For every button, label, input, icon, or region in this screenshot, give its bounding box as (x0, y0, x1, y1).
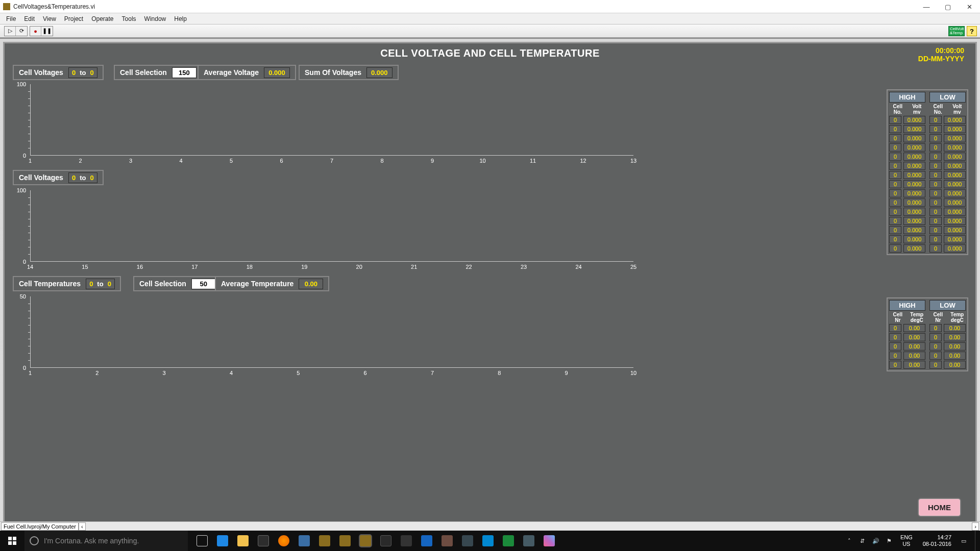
cortana-search[interactable]: I'm Cortana. Ask me anything. (24, 531, 188, 551)
labview-icon-2[interactable] (335, 531, 355, 551)
cell-value: 0.000 (944, 235, 966, 243)
menu-tools[interactable]: Tools (118, 14, 140, 23)
start-button[interactable] (0, 531, 24, 551)
c1-plot (30, 84, 633, 156)
cell-temps-range-box[interactable]: 0 to 0 (86, 279, 115, 289)
table-row: 00.000 (929, 226, 966, 234)
cell-value: 0.000 (903, 125, 925, 133)
cell-value: 0.00 (944, 333, 966, 341)
panel-inner: CELL VOLTAGE AND CELL TEMPERATURE 00:00:… (3, 42, 977, 527)
cell-no: 0 (889, 244, 901, 253)
app-icon-3[interactable] (416, 531, 437, 551)
app-icon-5[interactable] (457, 531, 478, 551)
hv-cell-hdr: Cell No. (889, 104, 906, 115)
menu-project[interactable]: Project (60, 14, 87, 23)
app-icon-2[interactable] (376, 531, 396, 551)
tray-network-icon[interactable]: ⇵ (859, 537, 867, 545)
x-tick-label: 7 (431, 370, 434, 376)
voltage-chart-2[interactable]: 100 0 141516171819202122232425 (10, 187, 638, 274)
scroll-right-button[interactable]: › (972, 522, 979, 531)
abort-button[interactable]: ● (30, 27, 41, 36)
labview-icon-3[interactable] (355, 531, 376, 551)
menu-file[interactable]: File (2, 14, 20, 23)
cell-selection-input-1[interactable]: 150 (172, 67, 197, 78)
cell-value: 0.000 (903, 226, 925, 234)
cell-value: 0.000 (944, 198, 966, 207)
show-desktop-button[interactable] (975, 531, 978, 551)
time-display: 00:00:00 (918, 46, 964, 55)
firefox-icon[interactable] (274, 531, 294, 551)
taskbar-clock[interactable]: 14:27 08-01-2016 (920, 534, 954, 547)
close-button[interactable]: ✕ (959, 0, 980, 13)
scroll-left-button[interactable]: ‹ (79, 522, 86, 531)
cell-voltages-range-box-1[interactable]: 0 to 0 (68, 67, 97, 78)
minimize-button[interactable]: — (916, 0, 937, 13)
date-display: DD-MM-YYYY (918, 55, 964, 63)
pause-button[interactable]: ❚❚ (41, 27, 53, 36)
run-continuous-button[interactable]: ⟳ (16, 27, 27, 36)
table-row: 00.000 (929, 208, 966, 216)
edge-icon[interactable] (212, 531, 233, 551)
cell-no: 0 (889, 226, 901, 234)
explorer-icon[interactable] (233, 531, 253, 551)
cell-value: 0.000 (944, 226, 966, 234)
menu-operate[interactable]: Operate (87, 14, 117, 23)
tray-chevron-icon[interactable]: ˄ (845, 537, 853, 545)
low-header: LOW (929, 92, 966, 103)
x-tick-label: 1 (29, 158, 32, 164)
cell-no: 0 (929, 153, 942, 161)
cell-value: 0.000 (944, 116, 966, 124)
action-center-icon[interactable]: ▭ (960, 537, 968, 545)
voltage-chart-1[interactable]: 100 0 12345678910111213 (10, 81, 638, 168)
language-indicator[interactable]: ENG US (898, 534, 915, 547)
cell-voltages-range-box-2[interactable]: 0 to 0 (68, 172, 97, 183)
cell-no: 0 (929, 134, 942, 142)
vi-path[interactable]: Fuel Cell.lvproj/My Computer (1, 522, 79, 531)
cortana-placeholder: I'm Cortana. Ask me anything. (44, 537, 139, 545)
table-row: 00.000 (889, 125, 925, 133)
store-icon[interactable] (253, 531, 274, 551)
cell-no: 0 (929, 143, 942, 152)
c3-ymax: 50 (20, 293, 26, 299)
x-tick-label: 8 (380, 158, 383, 164)
excel-icon[interactable] (498, 531, 519, 551)
menu-edit[interactable]: Edit (20, 14, 39, 23)
home-button[interactable]: HOME (918, 498, 961, 517)
cell-value: 0.000 (944, 244, 966, 253)
x-tick-label: 10 (630, 370, 636, 376)
tray-volume-icon[interactable]: 🔊 (872, 537, 880, 545)
pause-icon: ❚❚ (42, 28, 52, 34)
cell-no: 0 (929, 333, 942, 341)
cell-value: 0.000 (944, 208, 966, 216)
x-tick-label: 12 (580, 158, 586, 164)
menu-help[interactable]: Help (170, 14, 191, 23)
cell-value: 0.00 (944, 324, 966, 332)
task-view-button[interactable] (192, 531, 212, 551)
temperature-chart[interactable]: 50 0 12345678910 (10, 293, 638, 380)
paint-icon[interactable] (539, 531, 559, 551)
labview-icon-1[interactable] (314, 531, 335, 551)
run-button[interactable]: ▷ (5, 27, 16, 36)
menu-view[interactable]: View (39, 14, 60, 23)
avg-temp-value: 0.00 (299, 279, 323, 289)
lv-cell-hdr: Cell No. (929, 104, 947, 115)
ct-sep: to (97, 280, 103, 288)
x-tick-label: 19 (301, 264, 307, 270)
context-help-button[interactable]: ? (967, 26, 977, 36)
x-tick-label: 7 (330, 158, 333, 164)
app-icon-1[interactable] (294, 531, 314, 551)
vi-icon-badge[interactable]: CellVolt &Temp (948, 26, 965, 36)
menu-window[interactable]: Window (140, 14, 170, 23)
low-voltage-col: LOW Cell No.Volt mv 00.00000.00000.00000… (929, 92, 966, 253)
maximize-button[interactable]: ▢ (937, 0, 959, 13)
calculator-icon[interactable] (396, 531, 416, 551)
highlow-voltage-panel: HIGH Cell No.Volt mv 00.00000.00000.0000… (887, 89, 968, 255)
help-icon: ? (970, 28, 974, 35)
taskbar-date: 08-01-2016 (923, 541, 951, 547)
app-icon-4[interactable] (437, 531, 457, 551)
table-row: 00.000 (889, 134, 925, 142)
cell-selection-input-2[interactable]: 50 (191, 279, 216, 289)
tray-flag-icon[interactable]: ⚑ (885, 537, 893, 545)
app-icon-7[interactable] (519, 531, 539, 551)
app-icon-6[interactable] (478, 531, 498, 551)
